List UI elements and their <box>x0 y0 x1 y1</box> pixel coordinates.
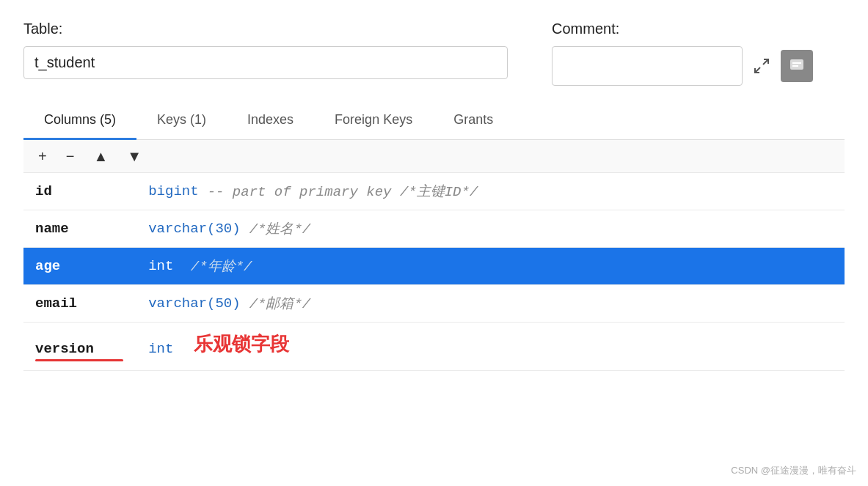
optimistic-lock-underline <box>35 359 123 361</box>
col-name-age: age <box>35 258 123 274</box>
col-type-age: int <box>123 258 173 274</box>
table-row[interactable]: age int /*年龄*/ <box>23 248 845 285</box>
watermark: CSDN @征途漫漫，唯有奋斗 <box>731 464 856 477</box>
table-field-group: Table: <box>23 21 522 79</box>
col-name-version: version <box>35 341 123 357</box>
col-name-name: name <box>35 221 123 237</box>
tab-keys[interactable]: Keys (1) <box>136 103 227 140</box>
main-container: Table: Comment: <box>0 0 868 486</box>
optimistic-lock-label: 乐观锁字段 <box>194 331 289 357</box>
svg-line-1 <box>755 67 760 73</box>
comment-field-group: Comment: <box>552 21 845 86</box>
col-name-email: email <box>35 295 123 312</box>
top-section: Table: Comment: <box>23 21 845 86</box>
comment-input-row <box>552 46 845 86</box>
col-type-email: varchar(50) <box>123 295 241 312</box>
svg-rect-2 <box>790 59 803 70</box>
add-column-button[interactable]: + <box>35 149 50 163</box>
comment-icon-button[interactable] <box>781 50 813 82</box>
table-row[interactable]: name varchar(30) /*姓名*/ <box>23 210 845 248</box>
tab-columns[interactable]: Columns (5) <box>23 103 136 140</box>
comment-label: Comment: <box>552 21 845 37</box>
col-comment-email: /*邮箱*/ <box>249 294 311 313</box>
col-comment-name: /*姓名*/ <box>249 219 311 238</box>
remove-column-button[interactable]: − <box>63 149 78 163</box>
tab-foreign-keys[interactable]: Foreign Keys <box>314 103 433 140</box>
table-row[interactable]: id bigint -- part of primary key /*主键ID*… <box>23 173 845 210</box>
tabs-bar: Columns (5) Keys (1) Indexes Foreign Key… <box>23 103 845 140</box>
move-up-button[interactable]: ▲ <box>90 149 111 163</box>
col-type-version: int <box>123 341 173 357</box>
svg-line-0 <box>763 59 768 65</box>
expand-button[interactable] <box>748 53 775 79</box>
tab-grants[interactable]: Grants <box>433 103 514 140</box>
move-down-button[interactable]: ▼ <box>124 149 145 163</box>
col-name-id: id <box>35 183 123 199</box>
col-type-id: bigint <box>123 183 199 199</box>
col-type-name: varchar(30) <box>123 221 241 237</box>
table-name-input[interactable] <box>23 46 508 79</box>
table-label: Table: <box>23 21 522 37</box>
columns-toolbar: + − ▲ ▼ <box>23 140 845 173</box>
table-row[interactable]: version int 乐观锁字段 <box>23 323 845 371</box>
tab-indexes[interactable]: Indexes <box>227 103 314 140</box>
col-comment-age: /*年龄*/ <box>182 257 252 276</box>
comment-input[interactable] <box>552 46 743 86</box>
columns-list: id bigint -- part of primary key /*主键ID*… <box>23 173 845 371</box>
col-comment-id: -- part of primary key /*主键ID*/ <box>208 182 478 201</box>
table-row[interactable]: email varchar(50) /*邮箱*/ <box>23 285 845 323</box>
